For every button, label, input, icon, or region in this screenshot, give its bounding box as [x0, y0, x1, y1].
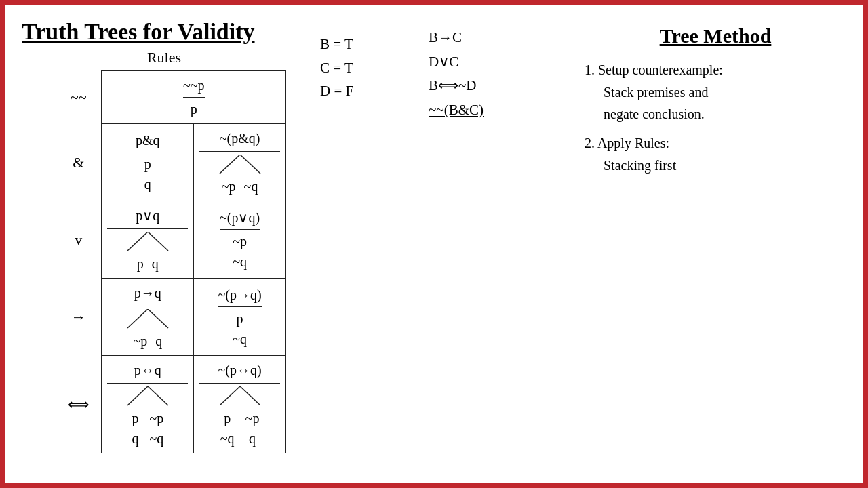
svg-line-5 [148, 309, 168, 328]
formula-1: B→C [429, 26, 484, 50]
c-value: C = T [320, 56, 353, 80]
step2-text1: Apply Rules: [597, 136, 669, 150]
formula-stack: B→C D∨C B⟺~D ~~(B&C) [429, 26, 484, 123]
op-double-neg: ~~ [56, 71, 102, 124]
svg-line-1 [240, 155, 260, 174]
right-section: Tree Method 1. Setup counterexample: Sta… [578, 19, 846, 469]
table-row: → p→q ~p q [56, 279, 286, 356]
op-biconditional: ⟺ [56, 356, 102, 453]
step1-detail: Stack premises and negate conclusion. [604, 81, 846, 125]
rules-table: ~~ ~~p p & p&q pq [56, 70, 286, 453]
step1-text3: negate conclusion. [604, 106, 705, 121]
assignment-values: B = T C = T D = F [320, 33, 353, 103]
d-value: D = F [320, 79, 353, 103]
svg-line-4 [127, 309, 148, 328]
middle-section: B = T C = T D = F B→C D∨C B⟺~D ~~(B&C) [313, 19, 571, 469]
and-positive-cell: p&q pq [102, 124, 194, 201]
implies-negative-cell: ~(p→q) p~q [194, 279, 286, 356]
svg-line-9 [240, 386, 260, 405]
and-negative-cell: ~(p&q) ~p ~q [194, 124, 286, 201]
step1-text1: Setup counterexample: [598, 62, 723, 77]
svg-line-3 [148, 232, 168, 251]
tree-method-title: Tree Method [585, 24, 846, 47]
biconditional-positive-cell: p↔q pq ~p~q [102, 356, 194, 453]
step1-text2: Stack premises and [604, 85, 708, 100]
table-row: & p&q pq ~(p&q) ~p [56, 124, 286, 201]
svg-line-6 [127, 386, 148, 405]
implies-positive-cell: p→q ~p q [102, 279, 194, 356]
table-row: v p∨q p q [56, 201, 286, 279]
op-or: v [56, 201, 102, 279]
biconditional-negative-cell: ~(p↔q) p~q ~pq [194, 356, 286, 453]
method-step-2: 2. Apply Rules: Stacking first [585, 131, 846, 176]
svg-line-7 [148, 386, 168, 405]
b-value: B = T [320, 33, 353, 56]
op-implies: → [56, 279, 102, 356]
double-neg-cell: ~~p p [102, 71, 286, 124]
step2-detail: Stacking first [604, 155, 846, 176]
method-step-1: 1. Setup counterexample: Stack premises … [585, 58, 846, 125]
step2-number: 2. [585, 136, 595, 150]
rules-label: Rules [22, 49, 307, 66]
svg-line-2 [127, 232, 148, 251]
svg-line-0 [220, 155, 240, 174]
formula-2: D∨C [429, 50, 484, 75]
step1-number: 1. [585, 62, 595, 77]
table-row: ~~ ~~p p [56, 71, 286, 124]
svg-line-8 [220, 386, 240, 405]
op-and: & [56, 124, 102, 201]
formula-3: B⟺~D [429, 74, 484, 98]
formula-4: ~~(B&C) [429, 98, 484, 123]
or-positive-cell: p∨q p q [102, 201, 194, 279]
method-list: 1. Setup counterexample: Stack premises … [585, 58, 846, 176]
table-row: ⟺ p↔q pq ~p~q [56, 356, 286, 453]
or-negative-cell: ~(p∨q) ~p~q [194, 201, 286, 279]
page-title: Truth Trees for Validity [22, 19, 307, 45]
step2-text2: Stacking first [604, 158, 676, 173]
